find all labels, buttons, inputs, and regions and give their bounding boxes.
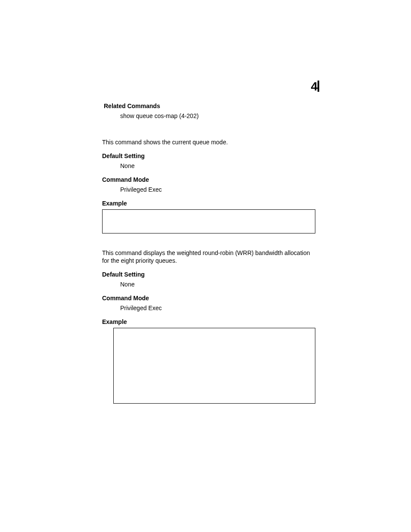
example-heading-2: Example [102,318,315,325]
command-mode-value-2: Privileged Exec [120,304,315,312]
page-number-badge: 4 [311,80,319,93]
default-setting-value-1: None [120,162,315,170]
command-mode-heading-2: Command Mode [102,295,315,302]
example-box-2 [113,328,315,404]
page-content: Related Commands show queue cos-map (4-2… [102,103,315,404]
related-commands-text: show queue cos-map (4-202) [120,112,315,120]
command-mode-value-1: Privileged Exec [120,186,315,194]
command-description-1: This command shows the current queue mod… [102,138,315,146]
default-setting-heading-2: Default Setting [102,271,315,278]
related-commands-heading: Related Commands [104,103,315,109]
command-mode-heading-1: Command Mode [102,176,315,183]
default-setting-heading-1: Default Setting [102,152,315,159]
command-description-2: This command displays the weighted round… [102,249,315,265]
example-heading-1: Example [102,200,315,207]
example-box-1 [102,209,315,233]
default-setting-value-2: None [120,280,315,289]
